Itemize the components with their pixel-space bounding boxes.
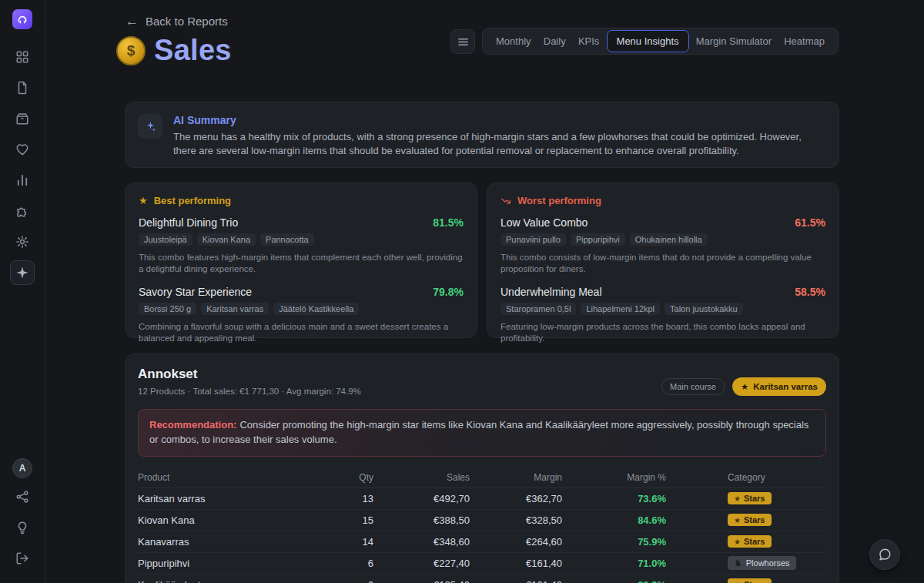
recommendation-box: Recommendation:Consider promoting the hi… xyxy=(138,409,826,457)
qty-cell: 6 xyxy=(304,558,373,569)
tab-menu-insights[interactable]: Menu Insights xyxy=(607,30,689,52)
combo-tags: Juustoleipä Kiovan Kana Pannacotta xyxy=(139,233,464,246)
star-item-badge[interactable]: ★ Karitsan varras xyxy=(732,377,826,396)
margin-pct-cell: 73.6% xyxy=(562,493,666,504)
col-qty: Qty xyxy=(304,472,373,483)
category-cell: ★ Stars xyxy=(666,492,826,505)
table-header-row: Product Qty Sales Margin Margin % Catego… xyxy=(138,468,826,488)
category-label: Stars xyxy=(744,580,765,583)
hamburger-icon xyxy=(457,36,469,48)
sales-cell: €492,70 xyxy=(373,493,470,504)
view-tabs: Monthly Daily KPIs Menu Insights Margin … xyxy=(482,28,839,55)
sidebar-item-favorites[interactable] xyxy=(10,137,35,162)
sidebar-item-integrations[interactable] xyxy=(10,199,35,223)
category-label: Stars xyxy=(744,537,765,546)
logout-icon xyxy=(15,551,29,565)
combo-tag: Kiovan Kana xyxy=(197,233,256,246)
margin-pct-cell: 84.6% xyxy=(562,514,666,526)
document-icon xyxy=(15,81,29,95)
workflow-icon xyxy=(15,490,29,504)
app-logo[interactable] xyxy=(12,9,32,29)
combo-tag: Punaviini pullo xyxy=(500,233,566,246)
category-cell: ★ Stars xyxy=(666,535,826,548)
sidebar-item-workflows[interactable] xyxy=(10,484,35,509)
lightbulb-icon xyxy=(15,521,29,534)
chat-button[interactable] xyxy=(869,539,900,570)
combo-tags: Staropramen 0,5l Lihapelmeni 12kpl Talon… xyxy=(500,303,825,315)
gear-icon xyxy=(15,235,29,249)
back-arrow-icon: ← xyxy=(126,15,139,28)
combo-tag: Karitsan varras xyxy=(201,303,269,315)
margin-cell: €328,50 xyxy=(470,514,562,526)
user-avatar[interactable]: A xyxy=(12,458,32,478)
page-title: Sales xyxy=(154,34,232,67)
combo-margin-pct: 81.5% xyxy=(433,216,464,229)
tab-kpis[interactable]: KPIs xyxy=(573,30,604,52)
combo-description: This combo features high-margin items th… xyxy=(139,252,464,275)
tab-monthly[interactable]: Monthly xyxy=(490,30,537,52)
sidebar-item-documents[interactable] xyxy=(10,75,35,100)
table-row: Kaalikääryleet 6 €125,40 €101,40 80.9% ★… xyxy=(138,575,826,583)
tab-daily[interactable]: Daily xyxy=(538,30,571,52)
annokset-card: Annokset 12 Products · Total sales: €1 7… xyxy=(125,353,839,583)
main-course-badge[interactable]: Main course xyxy=(661,378,725,395)
star-icon: ★ xyxy=(741,381,748,392)
annokset-subtitle: 12 Products · Total sales: €1 771,30 · A… xyxy=(138,387,361,396)
star-item-label: Karitsan varras xyxy=(753,382,818,391)
mammoth-logo-icon xyxy=(16,13,28,25)
combo-description: Combining a flavorful soup with a delici… xyxy=(139,321,464,344)
sidebar-item-inventory[interactable] xyxy=(10,106,35,131)
qty-cell: 14 xyxy=(304,536,373,548)
combo-tag: Talon juustokakku xyxy=(665,303,742,315)
bar-chart-icon xyxy=(15,173,29,187)
tab-margin-simulator[interactable]: Margin Simulator xyxy=(691,30,777,52)
combo-tag: Juustoleipä xyxy=(139,233,192,246)
sidebar-item-dashboard[interactable] xyxy=(10,45,35,69)
col-margin: Margin xyxy=(470,472,562,483)
sidebar-item-tips[interactable] xyxy=(10,515,35,540)
best-performing-card: ★ Best performing Delightful Dining Trio… xyxy=(125,183,477,338)
combo-tag: Staropramen 0,5l xyxy=(500,303,576,315)
tab-heatmap[interactable]: Heatmap xyxy=(778,30,830,52)
margin-cell: €161,40 xyxy=(470,558,562,569)
sales-cell: €348,60 xyxy=(373,536,470,548)
worst-performing-card: Worst performing Low Value Combo 61.5% P… xyxy=(487,183,839,338)
annokset-title: Annokset xyxy=(138,367,361,382)
category-icon: ★ xyxy=(734,538,741,546)
sales-cell: €227,40 xyxy=(373,558,470,569)
ai-summary-title: AI Summary xyxy=(173,114,819,126)
combo-item: Savory Star Experience 79.8% Borssi 250 … xyxy=(139,286,464,344)
sidebar-item-analytics[interactable] xyxy=(10,168,35,193)
combo-description: This combo consists of low-margin items … xyxy=(500,252,825,275)
product-cell: Karitsan varras xyxy=(138,493,304,504)
heart-icon xyxy=(15,142,29,156)
category-cell: ★ Stars xyxy=(666,514,826,527)
combo-name: Low Value Combo xyxy=(500,216,588,229)
table-row: Kanavarras 14 €348,60 €264,60 75.9% ★ St… xyxy=(138,531,826,553)
table-row: Karitsan varras 13 €492,70 €362,70 73.6%… xyxy=(138,488,826,510)
sparkle-icon xyxy=(15,266,29,280)
sidebar-item-logout[interactable] xyxy=(10,546,35,571)
category-label: Stars xyxy=(744,515,765,524)
puzzle-icon xyxy=(15,204,29,218)
margin-cell: €362,70 xyxy=(470,493,562,504)
back-link[interactable]: ← Back to Reports xyxy=(126,15,228,28)
combo-tag: Pannacotta xyxy=(260,233,314,246)
combo-description: Featuring low-margin products across the… xyxy=(500,321,825,344)
sidebar-item-ai-insights[interactable] xyxy=(10,260,35,285)
chat-bubble-icon xyxy=(878,548,892,561)
sidebar-item-settings[interactable] xyxy=(10,230,35,254)
combo-margin-pct: 58.5% xyxy=(795,286,825,298)
category-badge: ★ Stars xyxy=(728,578,772,583)
category-icon: ★ xyxy=(734,516,741,524)
combo-name: Underwhelming Meal xyxy=(500,286,602,298)
sales-coin-icon: $ xyxy=(116,36,146,65)
menu-toggle-button[interactable] xyxy=(450,29,475,54)
margin-pct-cell: 75.9% xyxy=(562,536,666,548)
sidebar: A xyxy=(0,0,45,583)
combo-tag: Lihapelmeni 12kpl xyxy=(581,303,660,315)
best-performing-title: Best performing xyxy=(154,195,231,206)
category-icon: ♞ xyxy=(734,558,742,568)
annokset-badges: Main course ★ Karitsan varras xyxy=(661,377,826,396)
combo-tag: Jäätelö Kastikkeella xyxy=(273,303,359,315)
